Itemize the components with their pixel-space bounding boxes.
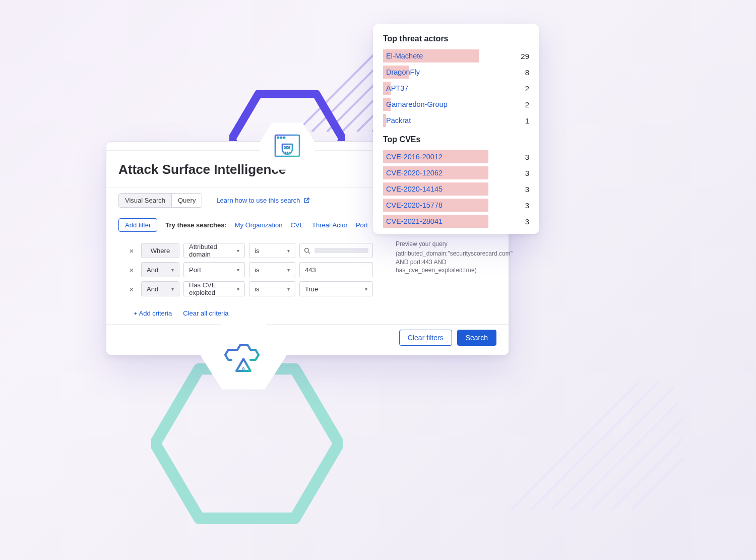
svg-line-8 [552, 388, 673, 509]
stat-count: 3 [525, 169, 529, 177]
stat-row: DragonFly8 [383, 65, 529, 80]
try-searches-label: Try these searches: [165, 221, 226, 229]
value-input[interactable]: 443 [299, 262, 373, 277]
add-criteria-link[interactable]: Add criteria [134, 309, 172, 317]
suggestion-threat-actor[interactable]: Threat Actor [312, 221, 348, 229]
chevron-down-icon: ▾ [237, 267, 239, 273]
search-button[interactable]: Search [457, 330, 496, 346]
threat-actor-link[interactable]: El-Machete [383, 52, 423, 60]
stat-row: El-Machete29 [383, 48, 529, 64]
svg-line-11 [612, 439, 683, 509]
stat-count: 29 [521, 52, 529, 60]
conjunction-select[interactable]: And▾ [141, 262, 179, 277]
svg-point-25 [243, 368, 244, 369]
redacted-value [314, 248, 368, 253]
field-select[interactable]: Has CVE exploited▾ [183, 281, 245, 296]
chevron-down-icon: ▾ [171, 267, 174, 273]
chevron-down-icon: ▾ [171, 286, 174, 292]
cve-link[interactable]: CVE-2020-14145 [383, 185, 443, 193]
tab-visual-search[interactable]: Visual Search [119, 194, 171, 207]
cve-link[interactable]: CVE-2016-20012 [383, 153, 443, 161]
learn-link-label: Learn how to use this search [216, 197, 300, 204]
threat-actor-link[interactable]: DragonFly [383, 68, 420, 76]
svg-point-18 [281, 137, 282, 139]
query-builder: × Where Attributed domain▾ is▾ × And▾ Po [106, 235, 509, 302]
svg-point-19 [284, 137, 285, 139]
conjunction-select[interactable]: And▾ [141, 281, 179, 296]
stat-row: Packrat1 [383, 113, 529, 128]
stat-count: 8 [525, 68, 529, 77]
threat-actor-link[interactable]: Gamaredon-Group [383, 100, 448, 108]
svg-line-7 [532, 383, 658, 509]
field-select[interactable]: Attributed domain▾ [183, 243, 245, 258]
svg-line-10 [592, 418, 683, 509]
threat-actor-link[interactable]: Packrat [383, 116, 411, 125]
chevron-down-icon: ▾ [287, 286, 290, 292]
chevron-down-icon: ▾ [237, 286, 239, 292]
stat-count: 1 [525, 116, 529, 125]
cve-link[interactable]: CVE-2020-12062 [383, 169, 443, 177]
suggestion-port[interactable]: Port [356, 221, 368, 229]
top-stats-card: Top threat actors El-Machete29DragonFly8… [373, 24, 539, 234]
top-cves-block: Top CVEs CVE-2016-200123CVE-2020-120623C… [383, 135, 529, 229]
chevron-down-icon: ▾ [237, 248, 239, 254]
search-mode-toggle: Visual Search Query [118, 193, 202, 208]
svg-point-26 [305, 248, 309, 252]
stat-count: 3 [525, 201, 529, 210]
query-preview-heading: Preview your query [396, 240, 507, 248]
decoration-lines-bottom [496, 358, 688, 524]
chevron-down-icon: ▾ [365, 286, 367, 292]
svg-point-17 [278, 137, 279, 139]
top-cves-heading: Top CVEs [383, 135, 529, 144]
add-filter-button[interactable]: Add filter [118, 218, 157, 232]
remove-row-icon[interactable]: × [126, 285, 137, 293]
stat-count: 3 [525, 153, 529, 161]
remove-row-icon[interactable]: × [126, 246, 137, 255]
criteria-row: × And▾ Has CVE exploited▾ is▾ True▾ [118, 281, 496, 296]
external-link-icon [303, 198, 309, 204]
top-threat-actors-block: Top threat actors El-Machete29DragonFly8… [383, 34, 529, 128]
search-icon [304, 247, 310, 254]
stat-row: CVE-2020-157783 [383, 198, 529, 213]
stat-row: CVE-2020-120623 [383, 165, 529, 180]
cve-list: CVE-2016-200123CVE-2020-120623CVE-2020-1… [383, 149, 529, 229]
stat-row: CVE-2016-200123 [383, 149, 529, 164]
svg-line-27 [308, 252, 310, 254]
top-threat-actors-heading: Top threat actors [383, 34, 529, 43]
stat-row: CVE-2020-141453 [383, 181, 529, 197]
chevron-down-icon: ▾ [287, 248, 290, 254]
svg-line-9 [572, 403, 678, 509]
value-search-input[interactable] [299, 243, 373, 258]
clear-criteria-link[interactable]: Clear all criteria [183, 309, 228, 317]
conjunction-where: Where [141, 243, 179, 258]
suggestion-cve[interactable]: CVE [290, 221, 304, 229]
threat-list: El-Machete29DragonFly8APT372Gamaredon-Gr… [383, 48, 529, 128]
operator-select[interactable]: is▾ [249, 262, 295, 277]
tab-query[interactable]: Query [171, 194, 202, 207]
stat-count: 2 [525, 100, 529, 109]
query-preview: Preview your query (attributed_domain:"s… [396, 240, 507, 275]
stat-row: Gamaredon-Group2 [383, 97, 529, 112]
remove-row-icon[interactable]: × [126, 266, 137, 274]
clear-filters-button[interactable]: Clear filters [399, 330, 452, 346]
svg-line-6 [512, 383, 638, 509]
cve-link[interactable]: CVE-2020-15778 [383, 201, 443, 209]
operator-select[interactable]: is▾ [249, 281, 295, 296]
cve-link[interactable]: CVE-2021-28041 [383, 217, 443, 225]
suggestion-my-organization[interactable]: My Organization [235, 221, 283, 229]
stat-count: 2 [525, 84, 529, 93]
svg-marker-14 [155, 369, 339, 518]
stat-row: CVE-2021-280413 [383, 214, 529, 229]
stat-row: APT372 [383, 81, 529, 96]
query-preview-text: (attributed_domain:"securityscorecard.co… [396, 250, 507, 275]
threat-actor-link[interactable]: APT37 [383, 84, 408, 92]
field-select[interactable]: Port▾ [183, 262, 245, 277]
svg-line-12 [633, 459, 683, 509]
svg-line-0 [297, 50, 378, 131]
chevron-down-icon: ▾ [287, 267, 290, 273]
value-select[interactable]: True▾ [299, 281, 373, 296]
stat-count: 3 [525, 217, 529, 226]
operator-select[interactable]: is▾ [249, 243, 295, 258]
stat-count: 3 [525, 185, 529, 194]
learn-link[interactable]: Learn how to use this search [216, 197, 309, 204]
